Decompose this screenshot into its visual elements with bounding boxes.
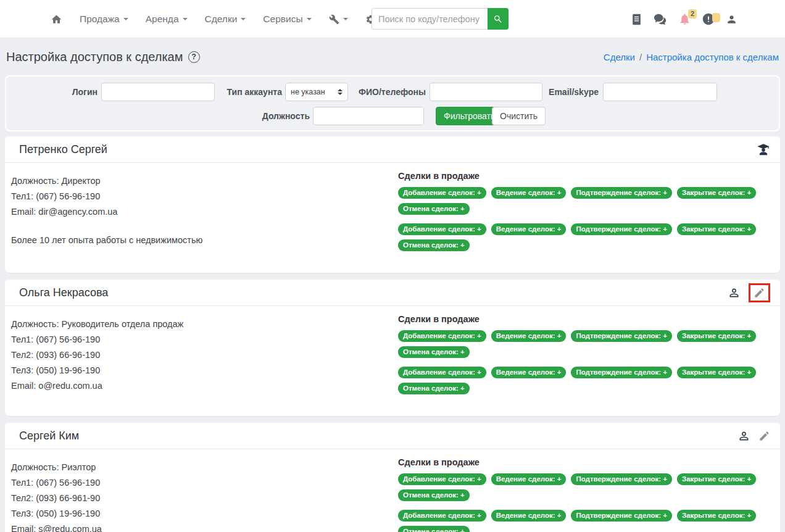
alerts-badge [712,13,720,22]
highlight-annotation-box [749,283,770,302]
edit-pencil-icon[interactable] [758,430,770,442]
deal-permission-badge[interactable]: Отмена сделок: + [398,383,470,394]
edit-pencil-icon[interactable] [754,287,765,299]
clear-button[interactable]: Очистить [492,107,546,125]
email-skype-label: Email/skype [531,83,599,101]
deal-permissions: Сделки в продаже Добавление сделок: +Вед… [398,314,770,402]
deal-permission-badge[interactable]: Отмена сделок: + [398,526,470,532]
deal-permission-badge[interactable]: Добавление сделок: + [398,223,486,235]
user-detail-line: Тел1: (067) 56-96-190 [11,475,398,491]
chevron-down-icon [183,18,188,20]
user-note: Более 10 лет опыта работы с недвижимость… [11,233,398,248]
deal-permission-badge[interactable]: Ведение сделок: + [491,223,567,235]
user-graduate-icon[interactable] [757,143,770,156]
fio-input[interactable] [430,83,542,101]
user-detail-line: Тел3: (050) 19-96-190 [11,506,398,522]
deal-permission-badge[interactable]: Подтверждение сделок: + [571,510,671,522]
user-card-petrenko: Петренко Сергей Должность: ДиректорТел1:… [5,136,780,273]
deal-permission-badge[interactable]: Закрытие сделок: + [677,510,756,522]
person-outline-icon[interactable] [728,286,741,299]
deals-section-title: Сделки в продаже [398,314,770,324]
wrench-icon [329,14,339,25]
deal-permission-badge[interactable]: Добавление сделок: + [398,473,486,485]
chevron-down-icon [307,18,312,20]
deal-permission-badge[interactable]: Подтверждение сделок: + [571,187,671,199]
deal-permission-badge[interactable]: Добавление сделок: + [398,367,486,378]
menu-arenda[interactable]: Аренда [146,14,188,25]
deal-permission-badge[interactable]: Подтверждение сделок: + [571,223,671,235]
deal-permission-badge[interactable]: Подтверждение сделок: + [571,367,671,378]
search-input[interactable] [372,8,488,30]
menu-servisy[interactable]: Сервисы [263,14,311,25]
card-header: Ольга Некрасова [5,280,780,306]
notifications-count-badge: 2 [688,9,697,19]
email-skype-input[interactable] [603,83,717,101]
account-type-value: не указан [291,88,325,96]
notifications-bell-icon[interactable]: 2 [678,12,691,26]
page-title: Настройка доступов к сделкам ? [6,50,200,64]
card-header: Петренко Сергей [5,136,780,163]
deal-permissions: Сделки в продаже Добавление сделок: +Вед… [398,457,770,532]
person-outline-icon[interactable] [737,430,750,443]
user-detail-line: Должность: Риэлтор [11,460,398,475]
deal-permission-badge[interactable]: Подтверждение сделок: + [571,473,671,485]
user-detail-line: Тел2: (093) 66-96-190 [11,347,398,363]
login-label: Логин [37,83,98,101]
select-stepper-icon [338,89,343,95]
deal-permission-badge[interactable]: Отмена сделок: + [398,203,470,215]
deal-permission-badge[interactable]: Добавление сделок: + [398,510,486,522]
deal-permission-badge[interactable]: Ведение сделок: + [491,473,567,485]
chat-icon[interactable] [653,12,668,26]
deal-permission-badge[interactable]: Отмена сделок: + [398,489,470,501]
deal-permission-badge[interactable]: Добавление сделок: + [398,330,486,342]
journal-icon[interactable] [631,13,642,26]
home-icon[interactable] [51,14,62,25]
deal-permission-badge[interactable]: Закрытие сделок: + [677,367,756,378]
page-title-text: Настройка доступов к сделкам [6,50,183,64]
navbar-status-icons: 2 [631,0,737,38]
user-card-kim: Сергей Ким Должность: РиэлторТел1: (067)… [5,423,780,532]
menu-servisy-label: Сервисы [263,14,302,25]
chevron-down-icon [241,18,246,20]
login-input[interactable] [101,83,215,101]
deal-permission-badge[interactable]: Ведение сделок: + [491,187,567,199]
account-type-select[interactable]: не указан [285,83,348,101]
main-menu: Продажа Аренда Сделки Сервисы ? [51,0,417,38]
card-header: Сергей Ким [5,423,780,449]
breadcrumb-parent-link[interactable]: Сделки [604,52,635,62]
deal-permission-badge[interactable]: Отмена сделок: + [398,239,470,251]
position-input[interactable] [313,107,424,125]
deal-permission-badge[interactable]: Закрытие сделок: + [677,187,756,199]
deal-permission-badge[interactable]: Закрытие сделок: + [677,330,756,342]
user-detail-line: Тел3: (050) 19-96-190 [11,363,398,378]
tools-menu[interactable] [329,14,348,25]
account-type-label: Тип аккаунта [220,83,282,101]
deal-permission-badge[interactable]: Добавление сделок: + [398,187,486,199]
user-profile-icon[interactable] [726,14,737,25]
breadcrumb-current-link[interactable]: Настройка доступов к сделкам [646,52,779,62]
help-circle-icon[interactable]: ? [188,51,200,63]
user-details: Должность: РиэлторТел1: (067) 56-96-190Т… [11,457,398,532]
top-navbar: Продажа Аренда Сделки Сервисы ? [0,0,785,38]
user-details: Должность: ДиректорТел1: (067) 56-96-190… [11,171,398,259]
menu-prodazha[interactable]: Продажа [80,14,128,25]
card-body: Должность: ДиректорТел1: (067) 56-96-190… [5,163,780,273]
code-phone-search [372,8,509,30]
deal-permission-badge[interactable]: Подтверждение сделок: + [571,330,671,342]
search-icon [493,14,503,24]
user-detail-line: Email: s@redu.com.ua [11,522,398,532]
deal-permission-badge[interactable]: Отмена сделок: + [398,346,470,358]
position-label: Должность [248,107,310,125]
search-button[interactable] [488,8,509,30]
deal-permission-badge[interactable]: Закрытие сделок: + [677,473,756,485]
menu-sdelki[interactable]: Сделки [205,14,246,25]
user-detail-line: Должность: Директор [11,173,398,189]
deal-permission-badge[interactable]: Ведение сделок: + [491,510,567,522]
menu-prodazha-label: Продажа [80,14,120,25]
fio-label: ФИО/телефоны [352,83,426,101]
deal-permission-badge[interactable]: Ведение сделок: + [491,367,567,378]
alerts-icon[interactable] [702,12,715,26]
deal-permission-badge[interactable]: Ведение сделок: + [491,330,567,342]
deal-permission-badge[interactable]: Закрытие сделок: + [677,223,756,235]
chevron-down-icon [343,18,348,20]
